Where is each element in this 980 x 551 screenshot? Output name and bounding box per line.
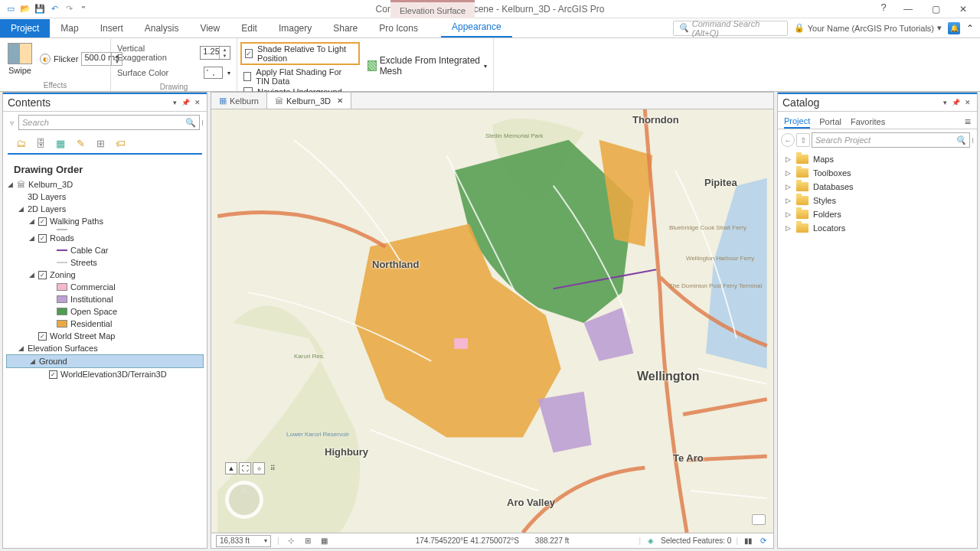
compass[interactable]: [225, 481, 263, 519]
legend-institutional: Institutional: [6, 293, 204, 305]
swipe-button[interactable]: Swipe: [6, 41, 34, 77]
surface-color-dropdown[interactable]: ▾: [227, 70, 230, 77]
catalog-dropdown[interactable]: ▾: [942, 99, 949, 106]
coords-readout: 174.7545220°E 41.2750072°S 388.227 ft: [416, 536, 570, 545]
exclude-mesh-button[interactable]: Exclude From Integrated Mesh ▾: [368, 55, 487, 77]
command-search[interactable]: 🔍Command Search (Alt+Q): [673, 21, 788, 36]
layer-roads[interactable]: ◢Roads: [6, 232, 204, 244]
contents-dropdown[interactable]: ▾: [172, 99, 178, 106]
nav-full[interactable]: ⛶: [239, 462, 251, 474]
scene-viewport[interactable]: Thorndon Pipitea Northland Wellington Te…: [211, 109, 774, 533]
surface-color-picker[interactable]: [204, 67, 223, 79]
catalog-search[interactable]: Search Project 🔍: [812, 132, 970, 148]
list-editing-icon[interactable]: ✎: [74, 136, 87, 150]
catalog-close[interactable]: ✕: [963, 99, 972, 106]
qat-save[interactable]: 💾: [34, 3, 46, 15]
qat-undo[interactable]: ↶: [48, 3, 60, 15]
contents-pin[interactable]: 📌: [180, 99, 191, 106]
catalog-menu[interactable]: ≡: [965, 116, 971, 128]
catalog-pin[interactable]: 📌: [950, 99, 962, 106]
refresh-drawing[interactable]: ⟳: [758, 536, 769, 546]
filter-icon[interactable]: ▿: [6, 117, 17, 128]
list-drawing-order-icon[interactable]: 🗂: [14, 136, 28, 150]
legend-commercial: Commercial: [6, 281, 204, 293]
ribbon-tab-analysis[interactable]: Analysis: [134, 19, 190, 37]
layer-zoning[interactable]: ◢Zoning: [6, 269, 204, 281]
overview-toggle[interactable]: [752, 514, 766, 525]
nav-north[interactable]: ▲: [225, 462, 237, 474]
group-drawing: Drawing: [117, 81, 230, 91]
search-icon: 🔍: [956, 135, 966, 145]
flat-shading-check[interactable]: Apply Flat Shading For TIN Data: [243, 67, 357, 86]
terrain-layer[interactable]: WorldElevation3D/Terrain3D: [6, 368, 204, 380]
ribbon-tab-share[interactable]: Share: [322, 19, 368, 37]
legend-openspace: Open Space: [6, 305, 204, 318]
collapse-ribbon[interactable]: ⌃: [966, 23, 974, 34]
list-source-icon[interactable]: 🗄: [34, 136, 47, 150]
minimize-button[interactable]: —: [896, 2, 920, 17]
legend-residential: Residential: [6, 318, 204, 330]
selection-icon[interactable]: ◈: [645, 536, 656, 546]
contents-close[interactable]: ✕: [193, 99, 202, 106]
close-button[interactable]: ✕: [951, 2, 975, 17]
ribbon-tab-edit[interactable]: Edit: [230, 19, 268, 37]
catalog-locators[interactable]: ▷Locators: [781, 221, 974, 235]
shade-relative-check[interactable]: Shade Relative To Light Position: [240, 42, 360, 65]
catalog-tab-portal[interactable]: Portal: [819, 116, 841, 128]
ribbon-tab-view[interactable]: View: [189, 19, 230, 37]
close-tab-icon[interactable]: ✕: [337, 96, 343, 105]
ground-surface[interactable]: ◢Ground: [6, 354, 204, 368]
catalog-tab-project[interactable]: Project: [784, 115, 810, 129]
view-tab-kelburn[interactable]: ▦ Kelburn: [211, 93, 267, 109]
layer-walking[interactable]: ◢Walking Paths: [6, 215, 204, 227]
nav-3d[interactable]: ⟐: [253, 462, 265, 474]
2d-layers-group[interactable]: ◢2D Layers: [6, 203, 204, 215]
maximize-button[interactable]: ▢: [923, 2, 948, 17]
sb-snap-icon[interactable]: ⊹: [286, 536, 296, 546]
nav-more[interactable]: ⠿: [266, 462, 279, 474]
list-labeling-icon[interactable]: 🏷: [113, 136, 127, 150]
qat-open[interactable]: 📂: [19, 3, 31, 15]
contextual-tab-elevation[interactable]: Elevation Surface: [390, 0, 475, 18]
layer-basemap[interactable]: World Street Map: [6, 330, 204, 342]
ribbon-tab-proicons[interactable]: Pro Icons: [368, 19, 429, 37]
scene-item[interactable]: ◢ 🏛 Kelburn_3D: [6, 178, 204, 191]
elevation-surfaces-group[interactable]: ◢Elevation Surfaces: [6, 342, 204, 354]
qat-redo[interactable]: ↷: [63, 3, 75, 15]
map-icon: ▦: [219, 96, 227, 106]
vert-exag-input[interactable]: 1.25 ▲▼: [200, 46, 230, 60]
ribbon-tab-insert[interactable]: Insert: [90, 19, 134, 37]
ribbon-tab-map[interactable]: Map: [50, 19, 89, 37]
catalog-up[interactable]: ⇧: [796, 133, 810, 147]
nav-tools: ▲ ⛶ ⟐ ⠿: [225, 462, 279, 474]
sb-constraints-icon[interactable]: ▦: [319, 536, 330, 546]
pause-drawing[interactable]: ▮▮: [743, 536, 753, 546]
qat-new[interactable]: ▭: [5, 3, 17, 15]
catalog-toolboxes[interactable]: ▷Toolboxes: [781, 166, 974, 180]
3d-layers-group[interactable]: 3D Layers: [6, 191, 204, 203]
help-button[interactable]: ?: [874, 2, 893, 17]
list-snapping-icon[interactable]: ⊞: [93, 136, 107, 150]
vert-exag-label: Vertical Exaggeration: [117, 44, 195, 62]
scale-selector[interactable]: 16,833 ft▾: [216, 535, 271, 547]
catalog-search-menu[interactable]: ⁞: [972, 136, 974, 145]
qat-customize[interactable]: ⁼: [77, 3, 90, 15]
notifications-button[interactable]: 🔔: [948, 22, 960, 34]
search-icon: 🔍: [185, 118, 196, 128]
scene-icon: 🏛: [17, 180, 25, 189]
list-selection-icon[interactable]: ▦: [54, 136, 67, 150]
ribbon-tab-appearance[interactable]: Appearance: [441, 18, 512, 37]
catalog-styles[interactable]: ▷Styles: [781, 194, 974, 207]
contents-search[interactable]: Search 🔍: [18, 115, 200, 130]
catalog-folders[interactable]: ▷Folders: [781, 207, 974, 221]
sb-grid-icon[interactable]: ⊞: [302, 536, 313, 546]
search-menu[interactable]: ⁞: [201, 119, 204, 127]
catalog-tab-favorites[interactable]: Favorites: [851, 116, 885, 128]
catalog-back[interactable]: ←: [781, 133, 795, 147]
catalog-maps[interactable]: ▷Maps: [781, 152, 974, 166]
catalog-databases[interactable]: ▷Databases: [781, 180, 974, 194]
user-menu[interactable]: 🔒 Your Name (ArcGIS Pro Tutorials)▾: [794, 23, 942, 33]
ribbon-tab-project[interactable]: Project: [0, 19, 50, 37]
ribbon-tab-imagery[interactable]: Imagery: [268, 19, 322, 37]
view-tab-kelburn3d[interactable]: 🏛 Kelburn_3D ✕: [267, 93, 351, 109]
